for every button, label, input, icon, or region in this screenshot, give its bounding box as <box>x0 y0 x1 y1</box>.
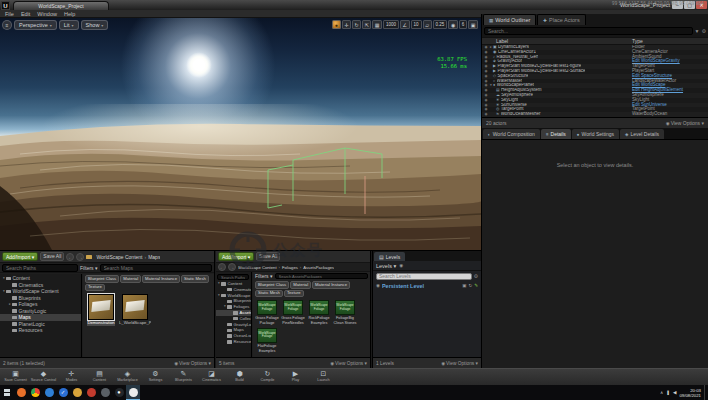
filter-chip[interactable]: Material Instance <box>312 281 350 289</box>
filter-chip[interactable]: Material <box>120 275 141 283</box>
toolbar-button[interactable]: ▶ Play <box>282 370 309 382</box>
filter-chip[interactable]: Static Mesh <box>255 290 283 298</box>
filter-chip[interactable]: Texture <box>284 290 304 298</box>
filter-chip[interactable]: Material <box>290 281 311 289</box>
transform-space-icon[interactable]: ● <box>332 20 341 29</box>
outliner-column-header[interactable]: Label Type <box>482 37 708 45</box>
toolbar-button[interactable]: ◈ Marketplace <box>114 370 141 382</box>
filter-chip[interactable]: Blueprint Class <box>85 275 119 283</box>
level-row[interactable]: ◉ Persistent Level ▣ ↻ ✎ <box>373 281 481 290</box>
camera-speed-icon[interactable]: ◉ <box>448 20 457 29</box>
breadcrumb-item[interactable]: Foliages <box>277 265 298 270</box>
back-arrow-icon[interactable]: ← <box>66 253 74 261</box>
tab-levels[interactable]: ▤Levels <box>374 252 405 261</box>
taskbar-app-icon[interactable] <box>14 385 28 400</box>
toolbar-button[interactable]: ✎ Blueprints <box>170 370 197 382</box>
level-viewport[interactable]: ≡ Perspective▾ Lit▾ Show▾ ● ✛ ↻ ⇱ ▦ 1000… <box>0 18 481 250</box>
filter-chip[interactable]: Material Instance <box>142 275 180 283</box>
eye-icon[interactable]: ◉ <box>399 263 403 268</box>
grid-snap-icon[interactable]: ▦ <box>372 20 382 29</box>
toolbar-button[interactable]: ⊡ Launch <box>310 370 337 382</box>
toolbar-button[interactable]: ↻ Compile <box>254 370 281 382</box>
back-arrow-icon[interactable]: ← <box>218 263 226 271</box>
breadcrumb-item[interactable]: WorldScape Content <box>238 265 277 270</box>
forward-arrow-icon[interactable]: → <box>228 263 236 271</box>
start-button[interactable] <box>0 385 14 400</box>
filter-chip[interactable]: Blueprint Class <box>255 281 289 289</box>
rotation-snap-value[interactable]: 10 <box>411 20 422 29</box>
breadcrumb-item[interactable]: Maps <box>142 254 160 260</box>
rotate-tool-icon[interactable]: ↻ <box>352 20 361 29</box>
settings-icon[interactable]: ⚙ <box>702 28 706 34</box>
filter-chip[interactable]: Texture <box>85 284 105 292</box>
tab-place-actors[interactable]: ✚Place Actors <box>537 14 585 25</box>
search-paths-input[interactable] <box>2 264 78 272</box>
foliage-blueprint-asset[interactable]: WorldScape Foliage Grass Foliage PineNee… <box>281 300 305 326</box>
show-desktop-button[interactable] <box>704 385 706 400</box>
view-options[interactable]: ◉View Options ▾ <box>441 361 478 366</box>
tree-folder-item[interactable]: Resources <box>216 339 251 345</box>
filters-button[interactable]: Filters ▾ <box>80 265 98 271</box>
settings-icon[interactable]: ⚙ <box>474 273 478 279</box>
view-mode-button[interactable]: Lit▾ <box>59 20 79 30</box>
tray-volume-icon[interactable]: ◀ <box>673 390 676 395</box>
toolbar-button[interactable]: ◆ Source Control <box>30 370 57 382</box>
menu-item[interactable]: File <box>5 11 14 17</box>
details-tab[interactable]: ● World Settings <box>572 129 619 139</box>
taskbar-app-icon[interactable]: ✓ <box>56 385 70 400</box>
view-options[interactable]: ◉View Options ▾ <box>330 361 367 366</box>
breadcrumb-item[interactable]: WorldScape Content <box>96 254 142 260</box>
scale-snap-icon[interactable]: ▱ <box>423 20 432 29</box>
search-assets-input[interactable] <box>100 264 212 272</box>
menu-item[interactable]: Window <box>37 11 57 17</box>
details-tab[interactable]: ◈ Level Details <box>620 129 664 139</box>
filter-icon[interactable]: ▼ <box>695 28 700 34</box>
menu-item[interactable]: Help <box>64 11 75 17</box>
move-tool-icon[interactable]: ✛ <box>342 20 351 29</box>
levels-search-input[interactable] <box>376 273 472 280</box>
toolbar-button[interactable]: ▤ Content <box>86 370 113 382</box>
edit-pencil-icon[interactable]: ✎ <box>474 283 478 288</box>
add-import-button[interactable]: Add/Import ▾ <box>2 252 38 261</box>
scale-snap-value[interactable]: 0.25 <box>433 20 448 29</box>
tray-chevron-icon[interactable]: ∧ <box>660 390 663 395</box>
scale-tool-icon[interactable]: ⇱ <box>362 20 371 29</box>
grid-snap-value[interactable]: 1000 <box>383 20 399 29</box>
levels-menu-button[interactable]: Levels ▾ <box>376 263 396 269</box>
toolbar-button[interactable]: ▣ Save Current <box>2 370 29 382</box>
column-label[interactable]: Label <box>496 38 508 45</box>
details-tab[interactable]: ≡ Details <box>541 129 571 139</box>
save-all-button[interactable]: Save All <box>256 252 280 261</box>
forward-arrow-icon[interactable]: → <box>76 253 84 261</box>
filter-chip[interactable]: Static Mesh <box>181 275 209 283</box>
save-all-button[interactable]: Save All <box>40 252 64 261</box>
taskbar-clock[interactable]: 20:03 09/08/2021 <box>679 388 701 398</box>
project-tab[interactable]: WorldScape_Project <box>13 1 109 10</box>
tree-folder-item[interactable]: Resources <box>0 327 81 334</box>
rotation-snap-icon[interactable]: ∠ <box>400 20 409 29</box>
map-asset[interactable]: Demonstration <box>85 294 117 326</box>
details-tab[interactable]: ◐ World Composition <box>483 129 540 139</box>
search-paths-input[interactable] <box>217 274 249 280</box>
toolbar-button[interactable]: ⚙ Settings <box>142 370 169 382</box>
tray-mic-icon[interactable]: ❚ <box>666 390 670 395</box>
save-level-icon[interactable]: ▣ <box>462 283 466 288</box>
level-name[interactable]: Persistent Level <box>382 283 460 289</box>
taskbar-app-icon[interactable] <box>70 385 84 400</box>
toolbar-button[interactable]: ◪ Cinematics <box>198 370 225 382</box>
taskbar-app-icon[interactable]: ● <box>112 385 126 400</box>
maximize-viewport-icon[interactable]: ▣ <box>468 20 478 29</box>
camera-mode-button[interactable]: Perspective▾ <box>14 20 57 30</box>
add-import-button[interactable]: Add/Import ▾ <box>218 252 254 261</box>
show-menu-button[interactable]: Show▾ <box>81 20 109 30</box>
foliage-blueprint-asset[interactable]: WorldScape Foliage FlatFoliage Examples <box>255 328 279 354</box>
foliage-blueprint-asset[interactable]: WorldScape Foliage Grass Foliage Package <box>255 300 279 326</box>
taskbar-app-icon[interactable] <box>28 385 42 400</box>
viewport-options-button[interactable]: ≡ <box>2 20 12 30</box>
visibility-eye-icon[interactable]: ◉ <box>376 283 380 288</box>
taskbar-app-icon[interactable] <box>98 385 112 400</box>
foliage-blueprint-asset[interactable]: WorldScape Foliage RockFoliage Examples <box>307 300 331 326</box>
column-type[interactable]: Type <box>632 38 643 45</box>
foliage-blueprint-asset[interactable]: WorldScape Foliage FoliageBig Clean Ston… <box>333 300 357 326</box>
camera-speed-value[interactable]: 6 <box>459 20 468 29</box>
